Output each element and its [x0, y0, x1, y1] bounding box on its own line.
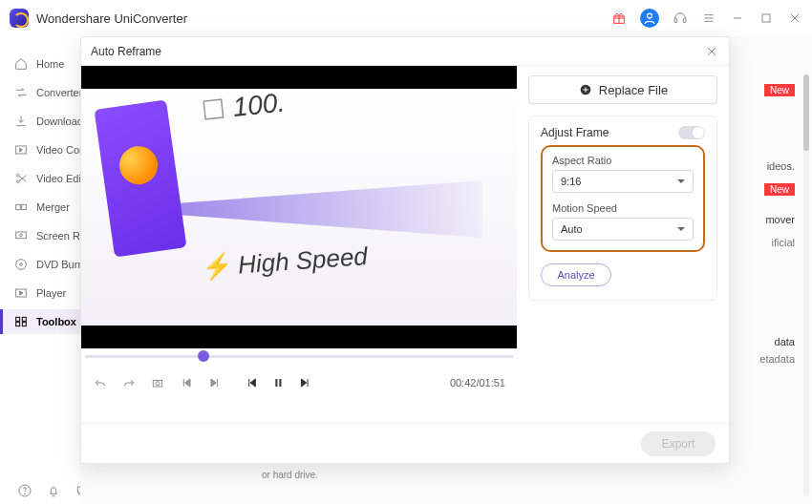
download-icon — [13, 114, 29, 129]
svg-rect-18 — [22, 323, 26, 326]
converter-icon — [13, 85, 29, 100]
svg-point-12 — [16, 260, 27, 270]
background-cards: New ideos. New mover ificial data etadat… — [728, 84, 795, 313]
sidebar-item-label: Converter — [36, 87, 80, 98]
home-icon — [13, 56, 29, 72]
svg-rect-8 — [16, 204, 21, 209]
svg-point-13 — [20, 263, 23, 266]
svg-rect-15 — [16, 317, 20, 321]
snapshot-icon[interactable] — [150, 375, 165, 390]
svg-point-6 — [16, 174, 19, 177]
svg-point-20 — [25, 494, 26, 494]
svg-rect-17 — [16, 323, 20, 326]
video-preview[interactable]: 100. High Speed — [81, 66, 517, 348]
highlighted-settings: Aspect Ratio 9:16 Motion Speed Auto — [541, 145, 705, 252]
app-logo — [10, 9, 29, 28]
adjust-frame-label: Adjust Frame — [541, 126, 609, 139]
sidebar-item-label: Merger — [36, 201, 70, 213]
sidebar-item-player[interactable]: Player — [0, 281, 80, 305]
hamburger-menu-icon[interactable] — [701, 10, 716, 26]
background-hint: or hard drive. — [262, 469, 434, 481]
background-text: etadata — [759, 353, 795, 365]
new-badge: New — [764, 84, 795, 96]
skip-back-icon[interactable] — [179, 375, 194, 390]
sidebar-item-home[interactable]: Home — [0, 52, 80, 76]
sidebar-item-toolbox[interactable]: Toolbox — [0, 309, 80, 334]
sidebar-footer — [0, 483, 90, 498]
close-icon[interactable] — [704, 44, 719, 59]
dvd-icon — [13, 257, 29, 272]
replace-file-label: Replace File — [599, 83, 668, 97]
replace-file-button[interactable]: Replace File — [528, 75, 717, 104]
window-maximize-icon[interactable] — [759, 10, 774, 26]
background-text: ideos. — [767, 160, 795, 172]
aspect-ratio-label: Aspect Ratio — [552, 155, 694, 166]
next-icon[interactable] — [297, 375, 312, 390]
sidebar-item-label: Video Editor — [36, 173, 80, 184]
sidebar-item-converter[interactable]: Converter — [0, 80, 80, 105]
notifications-icon[interactable] — [46, 483, 61, 498]
help-icon[interactable] — [17, 483, 32, 498]
support-headset-icon[interactable] — [673, 10, 688, 26]
window-minimize-icon[interactable] — [730, 10, 745, 26]
svg-rect-2 — [674, 19, 677, 23]
motion-speed-label: Motion Speed — [552, 202, 694, 214]
window-close-icon[interactable] — [787, 10, 802, 26]
motion-speed-select[interactable]: Auto — [552, 218, 694, 241]
sidebar: Home Converter Downloader Video Compress… — [0, 36, 80, 504]
aspect-ratio-select[interactable]: 9:16 — [552, 170, 694, 193]
skip-forward-icon[interactable] — [207, 375, 223, 390]
export-button[interactable]: Export — [641, 431, 716, 456]
adjust-frame-panel: Adjust Frame Aspect Ratio 9:16 Motion Sp… — [528, 116, 717, 301]
sidebar-item-video-compressor[interactable]: Video Compressor — [0, 137, 80, 162]
sidebar-item-label: Home — [36, 58, 64, 70]
time-display: 00:42/01:51 — [450, 377, 505, 388]
pause-icon[interactable] — [270, 375, 286, 390]
settings-column: Replace File Adjust Frame Aspect Ratio 9… — [517, 66, 729, 423]
merger-icon — [13, 200, 29, 215]
previous-icon[interactable] — [244, 375, 259, 390]
dialog-title: Auto Reframe — [91, 45, 161, 58]
motion-speed-value: Auto — [561, 223, 583, 235]
sidebar-item-label: Video Compressor — [36, 144, 80, 156]
sidebar-item-label: Screen Recorder — [36, 230, 80, 242]
sidebar-item-label: DVD Burner — [36, 259, 80, 270]
svg-point-7 — [16, 180, 19, 183]
gift-icon[interactable] — [611, 10, 627, 26]
analyze-label: Analyze — [557, 269, 594, 281]
svg-rect-3 — [683, 19, 686, 23]
svg-point-11 — [20, 234, 23, 237]
player-icon — [13, 285, 29, 301]
sidebar-item-merger[interactable]: Merger — [0, 195, 80, 220]
dialog-footer: Export — [81, 423, 729, 463]
sidebar-item-label: Downloader — [36, 116, 80, 127]
undo-icon[interactable] — [93, 375, 108, 390]
svg-rect-10 — [16, 232, 27, 239]
background-text: mover — [765, 214, 795, 225]
screen-recorder-icon — [13, 228, 29, 243]
auto-reframe-dialog: Auto Reframe 100. High Speed — [80, 36, 730, 464]
sidebar-item-downloader[interactable]: Downloader — [0, 109, 80, 134]
app-title: Wondershare UniConverter — [36, 11, 187, 26]
toolbox-icon — [13, 314, 29, 329]
sidebar-item-screen-recorder[interactable]: Screen Recorder — [0, 223, 80, 248]
export-label: Export — [662, 437, 695, 451]
dialog-header: Auto Reframe — [81, 37, 729, 66]
seek-bar[interactable] — [81, 348, 517, 364]
user-account-icon[interactable] — [640, 9, 659, 28]
new-badge: New — [764, 183, 795, 196]
seek-thumb[interactable] — [198, 350, 209, 362]
svg-point-22 — [156, 382, 160, 386]
player-controls: 00:42/01:51 — [81, 364, 517, 402]
analyze-button[interactable]: Analyze — [541, 263, 611, 286]
compressor-icon — [13, 142, 29, 158]
sidebar-item-label: Player — [36, 287, 66, 299]
aspect-ratio-value: 9:16 — [561, 176, 581, 187]
adjust-frame-toggle[interactable] — [678, 126, 705, 139]
sidebar-item-video-editor[interactable]: Video Editor — [0, 166, 80, 191]
scrollbar[interactable] — [803, 74, 809, 496]
sidebar-item-dvd-burner[interactable]: DVD Burner — [0, 252, 80, 277]
sidebar-item-label: Toolbox — [36, 316, 76, 327]
content-area: New ideos. New mover ificial data etadat… — [80, 36, 812, 504]
redo-icon[interactable] — [121, 375, 137, 390]
